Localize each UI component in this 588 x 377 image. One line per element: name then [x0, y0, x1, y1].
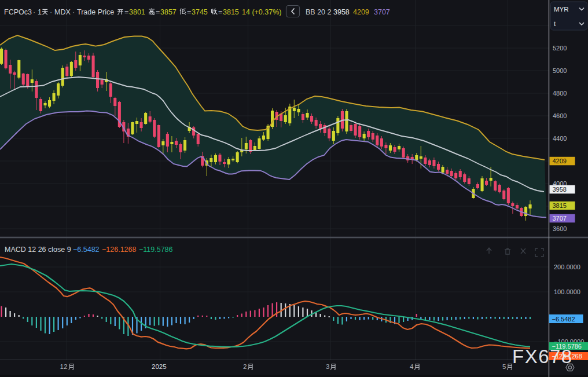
svg-text:=: =: [218, 8, 222, 16]
svg-text:3707: 3707: [374, 8, 390, 16]
svg-text:·: ·: [50, 8, 52, 16]
svg-text:3801: 3801: [129, 8, 145, 16]
svg-text:200.0000: 200.0000: [554, 263, 580, 270]
svg-text:=: =: [156, 8, 160, 16]
svg-text:3958: 3958: [333, 8, 350, 16]
svg-text:5000: 5000: [553, 67, 567, 74]
svg-text:=: =: [124, 8, 128, 16]
svg-text:3745: 3745: [192, 8, 208, 16]
svg-text:·: ·: [33, 8, 35, 16]
svg-text:3815: 3815: [223, 8, 239, 16]
svg-text:Trade Price: Trade Price: [77, 8, 114, 16]
svg-text:2: 2: [243, 363, 247, 370]
svg-text:−6.5482: −6.5482: [552, 316, 575, 323]
svg-text:4209: 4209: [353, 8, 369, 16]
svg-text:−6.5482: −6.5482: [73, 246, 100, 254]
svg-text:4800: 4800: [553, 90, 567, 97]
svg-text:4: 4: [410, 363, 414, 370]
svg-text:FCPOc3: FCPOc3: [4, 8, 32, 16]
svg-text:4209: 4209: [553, 158, 567, 164]
svg-text:5: 5: [502, 363, 506, 370]
svg-text:3: 3: [326, 363, 329, 370]
svg-text:MYR: MYR: [554, 6, 569, 13]
svg-text:MDX: MDX: [54, 8, 71, 16]
svg-text:FX678: FX678: [512, 346, 573, 367]
svg-text:−126.1268: −126.1268: [102, 246, 136, 254]
svg-text:BB 20 2: BB 20 2: [306, 8, 332, 16]
svg-text:12: 12: [60, 363, 68, 370]
svg-text:3707: 3707: [553, 215, 567, 222]
svg-text:2025: 2025: [152, 363, 167, 370]
svg-text:4600: 4600: [553, 112, 567, 119]
svg-text:5200: 5200: [553, 45, 567, 52]
svg-text:3958: 3958: [553, 186, 567, 193]
svg-text:14 (+0.37%): 14 (+0.37%): [242, 8, 281, 16]
svg-text:3600: 3600: [553, 225, 567, 232]
svg-text:−119.5786: −119.5786: [139, 246, 173, 254]
svg-text:3815: 3815: [553, 202, 567, 209]
svg-text:·: ·: [72, 8, 75, 16]
svg-text:1: 1: [38, 8, 42, 16]
svg-text:3857: 3857: [160, 8, 177, 16]
svg-text:100.0000: 100.0000: [554, 288, 580, 295]
svg-text:4400: 4400: [553, 135, 567, 142]
svg-text:MACD 12 26 close 9: MACD 12 26 close 9: [5, 246, 71, 254]
svg-text:=: =: [187, 8, 191, 16]
